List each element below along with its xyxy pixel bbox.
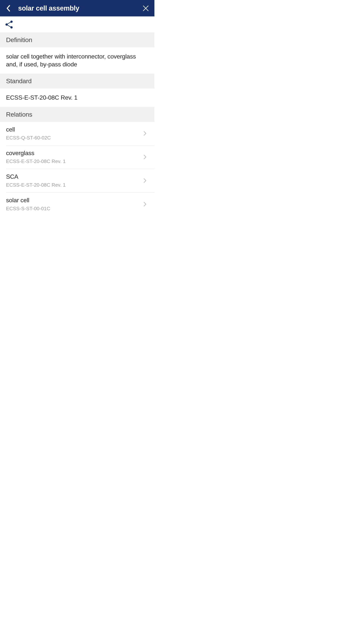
relations-section-header: Relations bbox=[0, 107, 154, 122]
close-icon bbox=[143, 5, 149, 12]
relation-text: coverglass ECSS-E-ST-20-08C Rev. 1 bbox=[6, 150, 142, 164]
relation-title: cell bbox=[6, 126, 142, 133]
relations-list: cell ECSS-Q-ST-60-02C coverglass ECSS-E-… bbox=[0, 122, 154, 216]
relation-subtitle: ECSS-Q-ST-60-02C bbox=[6, 135, 142, 141]
page-title: solar cell assembly bbox=[18, 4, 79, 12]
chevron-right-icon bbox=[142, 178, 148, 183]
relation-item[interactable]: cell ECSS-Q-ST-60-02C bbox=[6, 122, 154, 146]
standard-content: ECSS-E-ST-20-08C Rev. 1 bbox=[0, 88, 154, 107]
relation-text: cell ECSS-Q-ST-60-02C bbox=[6, 126, 142, 141]
share-icon bbox=[5, 20, 13, 29]
relation-text: SCA ECSS-E-ST-20-08C Rev. 1 bbox=[6, 173, 142, 188]
relation-title: coverglass bbox=[6, 150, 142, 156]
chevron-right-icon bbox=[142, 154, 148, 160]
chevron-right-icon bbox=[142, 202, 148, 207]
relation-subtitle: ECSS-E-ST-20-08C Rev. 1 bbox=[6, 158, 142, 164]
relation-text: solar cell ECSS-S-ST-00-01C bbox=[6, 197, 142, 212]
definition-content: solar cell together with interconnector,… bbox=[0, 47, 154, 74]
relation-item[interactable]: SCA ECSS-E-ST-20-08C Rev. 1 bbox=[6, 169, 154, 193]
share-button[interactable] bbox=[4, 20, 13, 29]
close-button[interactable] bbox=[142, 4, 150, 12]
svg-point-2 bbox=[10, 26, 13, 28]
definition-section-header: Definition bbox=[0, 32, 154, 47]
chevron-left-icon bbox=[6, 4, 10, 12]
standard-section-header: Standard bbox=[0, 74, 154, 88]
relation-item[interactable]: coverglass ECSS-E-ST-20-08C Rev. 1 bbox=[6, 146, 154, 169]
app-header: solar cell assembly bbox=[0, 0, 154, 16]
chevron-right-icon bbox=[142, 131, 148, 136]
relation-item[interactable]: solar cell ECSS-S-ST-00-01C bbox=[6, 193, 154, 216]
relation-subtitle: ECSS-E-ST-20-08C Rev. 1 bbox=[6, 182, 142, 188]
toolbar bbox=[0, 16, 154, 32]
back-button[interactable] bbox=[4, 4, 12, 12]
relation-title: solar cell bbox=[6, 197, 142, 204]
svg-point-0 bbox=[10, 20, 13, 23]
svg-line-4 bbox=[7, 25, 10, 27]
relation-subtitle: ECSS-S-ST-00-01C bbox=[6, 206, 142, 212]
svg-line-3 bbox=[7, 22, 10, 24]
relation-title: SCA bbox=[6, 173, 142, 180]
